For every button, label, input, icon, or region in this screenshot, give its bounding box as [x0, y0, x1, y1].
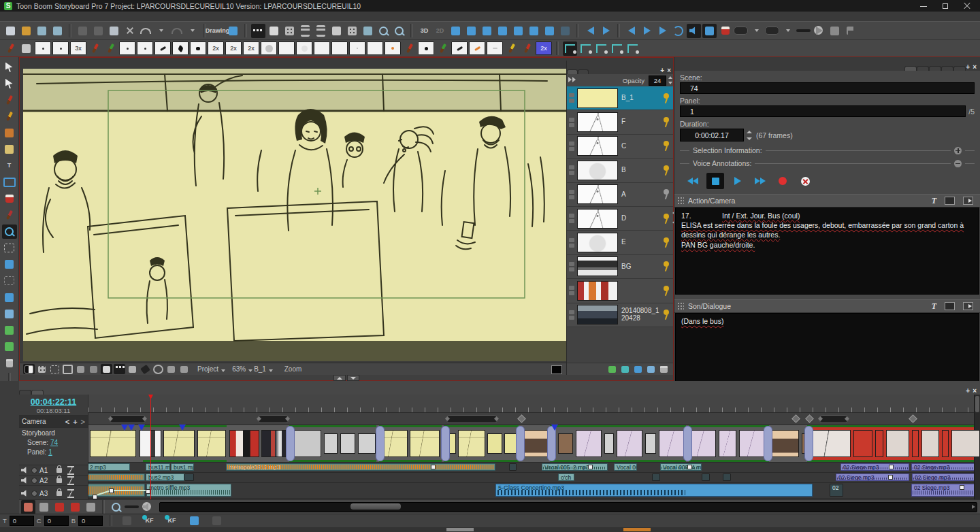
panel-thumbnail[interactable]: [340, 433, 355, 454]
layer-pin-icon[interactable]: [663, 310, 670, 320]
solid-mask-toggle[interactable]: [101, 364, 112, 374]
split-panel-button[interactable]: [527, 24, 541, 38]
storyboard-track-header[interactable]: Storyboard Scene: 74 Panel: 1: [19, 427, 88, 465]
panel-thumbnail[interactable]: [886, 430, 909, 457]
drag-grip-icon[interactable]: [677, 197, 684, 205]
undo-button[interactable]: [138, 24, 152, 38]
panel-thumbnail[interactable]: [645, 433, 656, 454]
duration-spinner[interactable]: [747, 131, 752, 140]
marker-icon[interactable]: [128, 425, 135, 434]
safe-area-toggle[interactable]: [49, 364, 61, 374]
transform-tool[interactable]: [2, 76, 17, 90]
camera-preview-button[interactable]: [702, 24, 717, 38]
camera-next-keyframe-button[interactable]: >: [81, 418, 85, 426]
layer-row[interactable]: E: [567, 231, 673, 254]
audio-clip[interactable]: 02 Siege.mp3: [912, 473, 980, 481]
group-layer-button[interactable]: [645, 364, 657, 374]
panel-thumbnail[interactable]: [358, 433, 376, 454]
voice-rewind-button[interactable]: [684, 173, 702, 189]
tab-panel[interactable]: [904, 66, 917, 71]
lock-icon[interactable]: [56, 478, 62, 483]
caption-export-icon[interactable]: [963, 197, 973, 205]
layer-pin-icon[interactable]: [663, 189, 670, 199]
storyboard-track[interactable]: [88, 425, 975, 463]
tab-library[interactable]: [941, 66, 953, 71]
guide-delete-button[interactable]: [594, 41, 608, 56]
audio-clip[interactable]: bus1.mp3: [171, 463, 194, 471]
panel-thumbnail[interactable]: [942, 430, 949, 457]
layer-lock-icon[interactable]: [569, 267, 574, 271]
panel-thumbnail[interactable]: [197, 430, 226, 457]
brush-green-icon[interactable]: [103, 41, 118, 56]
panel-transition[interactable]: [683, 426, 692, 461]
panel-thumbnail[interactable]: [229, 430, 259, 457]
audio-clip[interactable]: metropole3912.mp3: [226, 463, 495, 471]
brush-preset[interactable]: [314, 41, 330, 55]
voice-delete-button[interactable]: [796, 173, 814, 189]
brush-preset[interactable]: [349, 41, 365, 55]
envelope-keyframe[interactable]: [146, 489, 150, 494]
speaker-icon[interactable]: [21, 467, 29, 473]
panel-transition[interactable]: [286, 426, 295, 461]
stage-canvas[interactable]: [20, 61, 566, 363]
redo-button[interactable]: [169, 24, 184, 38]
panel-thumbnail[interactable]: [810, 430, 851, 457]
export-snippet-button[interactable]: [84, 500, 98, 514]
2d-button[interactable]: 2D: [433, 24, 447, 38]
voice-play-button[interactable]: [729, 173, 747, 189]
overlay-toggle[interactable]: [88, 364, 99, 374]
add-keyframe-button[interactable]: KF: [142, 514, 157, 528]
audio-clip[interactable]: 02 Siege.mp3: [911, 463, 980, 471]
scene-link[interactable]: 74: [50, 439, 58, 446]
tab-camera-view[interactable]: [578, 69, 589, 74]
layer-pin-icon[interactable]: [663, 214, 670, 224]
c-field[interactable]: 0: [44, 516, 69, 526]
audio-clip[interactable]: Vocal 005_2.mp3: [542, 463, 608, 471]
layer-row[interactable]: F: [567, 110, 673, 134]
brush-preset[interactable]: 3x: [70, 41, 86, 55]
line-tool[interactable]: [2, 208, 17, 222]
b-field[interactable]: 0: [78, 516, 103, 526]
grid-view-button[interactable]: [282, 24, 297, 38]
audio-clip[interactable]: [723, 473, 731, 481]
camera-move-clip[interactable]: [446, 415, 498, 423]
layer-visibility-icon[interactable]: [569, 214, 574, 218]
panel-transition[interactable]: [764, 426, 772, 461]
panel-thumbnail[interactable]: [617, 430, 642, 457]
brush-preset[interactable]: [52, 41, 69, 55]
redo-dropdown[interactable]: [185, 24, 199, 38]
camera-icon[interactable]: [178, 364, 190, 374]
swap-panel-button[interactable]: [2, 339, 17, 354]
flag-button[interactable]: [843, 24, 858, 38]
minimize-button[interactable]: [920, 3, 927, 10]
paint-tool[interactable]: [2, 192, 17, 206]
envelope-keyframe[interactable]: [93, 495, 97, 499]
tab-thumbnails[interactable]: [19, 390, 31, 395]
layer-thumbnail[interactable]: [577, 136, 618, 156]
panel-thumbnail[interactable]: [921, 430, 939, 457]
t-field[interactable]: 0: [10, 516, 34, 526]
duplicate-layer-button[interactable]: [632, 364, 644, 374]
layer-thumbnail[interactable]: [577, 305, 618, 325]
audio-clip[interactable]: 02 Siege.mp3: [840, 463, 909, 471]
zoom-in-button[interactable]: [392, 24, 406, 38]
first-frame-button[interactable]: [624, 24, 638, 38]
jog-dropdown-caret[interactable]: [781, 24, 795, 38]
audio-clip[interactable]: metro siffle.mp3: [146, 484, 231, 497]
speaker-icon[interactable]: [21, 490, 29, 497]
panel-thumbnail[interactable]: [875, 430, 883, 457]
view-dots-button[interactable]: [251, 24, 265, 38]
panel-transition[interactable]: [441, 426, 450, 461]
lock-icon[interactable]: [56, 491, 62, 496]
brush-preset[interactable]: [190, 41, 206, 55]
voice-annotations-section[interactable]: Voice Annotations:: [680, 159, 975, 167]
camera-move-clip[interactable]: [819, 415, 849, 423]
zoom-level-dropdown[interactable]: 63%: [232, 365, 246, 373]
layer-visibility-icon[interactable]: [569, 286, 574, 290]
duration-input[interactable]: 0:00:02.17: [680, 129, 744, 142]
add-view-button[interactable]: +: [966, 387, 970, 395]
save-all-button[interactable]: [50, 24, 65, 38]
layer-pin-icon[interactable]: [663, 117, 670, 127]
volume-preset-dropdown[interactable]: [734, 24, 748, 38]
brush-preset[interactable]: [331, 41, 348, 55]
